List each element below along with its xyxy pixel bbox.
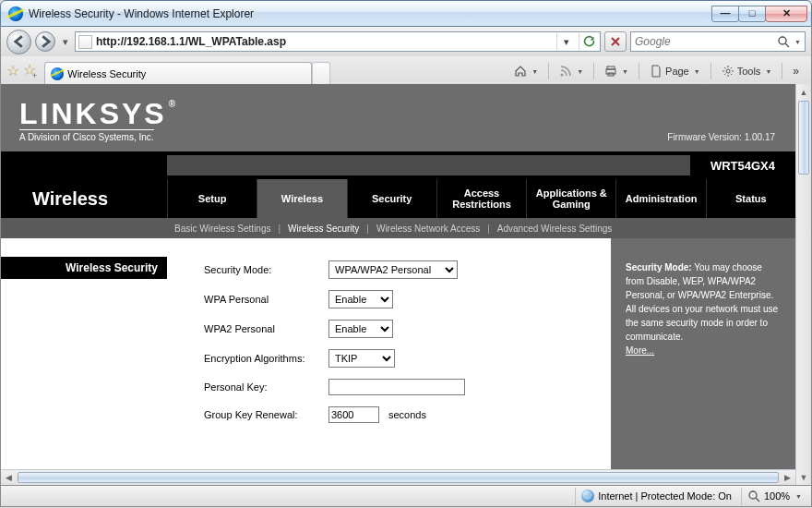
nav-tab-applications-gaming[interactable]: Applications & Gaming: [526, 179, 615, 218]
page-menu-label: Page: [665, 66, 689, 77]
security-mode-label: Security Mode:: [204, 264, 328, 275]
zoom-dropdown[interactable]: ▼: [795, 493, 802, 500]
linksys-logo: LINKSYS®: [19, 97, 777, 131]
scroll-up-button[interactable]: ▲: [796, 84, 811, 100]
window-title: Wireless Security - Windows Internet Exp…: [29, 7, 712, 20]
vertical-scrollbar[interactable]: ▲ ▼: [795, 84, 811, 485]
stop-button[interactable]: [604, 31, 627, 52]
group-key-renewal-input[interactable]: [328, 406, 379, 423]
search-provider-dropdown[interactable]: ▼: [794, 39, 801, 45]
wpa-personal-select[interactable]: Enable: [328, 290, 393, 308]
page-menu-button[interactable]: Page▼: [643, 61, 707, 81]
encryption-label: Encryption Algorithms:: [204, 353, 328, 364]
sub-nav: Basic Wireless Settings | Wireless Secur…: [1, 218, 795, 238]
main-nav: Wireless Setup Wireless Security Access …: [1, 179, 795, 218]
refresh-button[interactable]: [579, 33, 597, 50]
scroll-thumb-h[interactable]: [18, 472, 779, 483]
subnav-wireless-network-access[interactable]: Wireless Network Access: [369, 224, 487, 234]
personal-key-input[interactable]: [328, 379, 465, 395]
svg-line-1: [785, 43, 789, 47]
tools-menu-label: Tools: [737, 66, 761, 77]
security-mode-select[interactable]: WPA/WPA2 Personal: [328, 260, 458, 279]
nav-tab-wireless[interactable]: Wireless: [257, 179, 346, 218]
zoom-control[interactable]: 100% ▼: [741, 488, 807, 505]
router-model: WRT54GX4: [690, 151, 795, 179]
back-button[interactable]: [6, 30, 31, 54]
router-admin-page: LINKSYS® A Division of Cisco Systems, In…: [1, 84, 795, 469]
address-bar[interactable]: ▾: [75, 31, 601, 52]
subnav-wireless-security[interactable]: Wireless Security: [281, 224, 366, 234]
svg-point-2: [561, 74, 564, 77]
scroll-left-button[interactable]: ◀: [1, 470, 17, 485]
tab-title: Wireless Security: [67, 68, 146, 79]
svg-line-8: [756, 498, 759, 502]
svg-point-7: [749, 491, 757, 499]
model-row: WRT54GX4: [1, 151, 795, 179]
favorites-center-button[interactable]: ☆: [6, 62, 19, 79]
scroll-right-button[interactable]: ▶: [780, 470, 795, 485]
wpa2-personal-select[interactable]: Enable: [328, 320, 393, 338]
help-panel: Security Mode: You may choose from Disab…: [611, 238, 795, 469]
group-key-renewal-label: Group Key Renewal:: [204, 409, 328, 420]
add-favorites-button[interactable]: ☆+: [23, 61, 37, 80]
command-bar-chevron[interactable]: »: [786, 61, 806, 81]
security-zone[interactable]: Internet | Protected Mode: On: [575, 488, 737, 505]
status-bar: Internet | Protected Mode: On 100% ▼: [0, 486, 812, 507]
close-button[interactable]: ✕: [765, 6, 807, 22]
linksys-tagline: A Division of Cisco Systems, Inc.: [19, 129, 154, 142]
page-icon: [78, 35, 92, 49]
address-input[interactable]: [96, 35, 553, 48]
scroll-thumb-v[interactable]: [798, 101, 809, 175]
nav-tab-status[interactable]: Status: [706, 179, 795, 218]
scroll-down-button[interactable]: ▼: [796, 469, 811, 485]
minimize-button[interactable]: —: [711, 6, 739, 22]
address-dropdown[interactable]: ▾: [556, 33, 575, 50]
settings-form: Security Mode: WPA/WPA2 Personal WPA Per…: [167, 238, 611, 469]
side-section-label: Wireless Security: [1, 257, 167, 279]
help-more-link[interactable]: More...: [626, 345, 654, 356]
window-titlebar: Wireless Security - Windows Internet Exp…: [0, 0, 812, 27]
zoom-icon: [747, 490, 760, 502]
content-viewport: LINKSYS® A Division of Cisco Systems, In…: [0, 84, 812, 486]
nav-tab-security[interactable]: Security: [347, 179, 436, 218]
encryption-select[interactable]: TKIP: [328, 349, 395, 368]
ie-icon: [51, 67, 64, 80]
home-button[interactable]: ▼: [508, 61, 544, 81]
linksys-header: LINKSYS® A Division of Cisco Systems, In…: [1, 84, 795, 151]
personal-key-label: Personal Key:: [204, 381, 328, 393]
help-title: Security Mode:: [626, 262, 692, 272]
maximize-button[interactable]: □: [738, 6, 766, 22]
new-tab-button[interactable]: [312, 62, 330, 84]
section-title: Wireless: [1, 179, 167, 218]
tools-menu-button[interactable]: Tools▼: [715, 61, 779, 81]
renewal-unit: seconds: [388, 409, 426, 420]
svg-point-0: [779, 37, 786, 44]
firmware-version: Firmware Version: 1.00.17: [667, 132, 775, 142]
feeds-button[interactable]: ▼: [553, 61, 590, 81]
tab-strip: ☆ ☆+ Wireless Security ▼ ▼ ▼ Page▼ Tools…: [0, 56, 812, 84]
subnav-basic-wireless[interactable]: Basic Wireless Settings: [167, 224, 278, 234]
help-body: You may choose from Disable, WEP, WPA/WP…: [626, 262, 778, 342]
nav-tab-administration[interactable]: Administration: [615, 179, 705, 218]
subnav-advanced-wireless[interactable]: Advanced Wireless Settings: [490, 224, 620, 234]
recent-pages-dropdown[interactable]: ▾: [59, 31, 71, 52]
search-icon[interactable]: [777, 35, 790, 48]
ie-icon: [8, 6, 23, 21]
browser-tab[interactable]: Wireless Security: [44, 62, 312, 84]
wpa-personal-label: WPA Personal: [204, 294, 328, 305]
horizontal-scrollbar[interactable]: ◀ ▶: [1, 469, 795, 485]
forward-button[interactable]: [35, 31, 55, 52]
nav-tab-setup[interactable]: Setup: [167, 179, 257, 218]
zone-text: Internet | Protected Mode: On: [598, 490, 732, 502]
search-input[interactable]: [635, 35, 774, 48]
search-box[interactable]: ▼: [630, 31, 806, 52]
svg-point-6: [726, 69, 730, 73]
zoom-level: 100%: [764, 490, 790, 502]
wpa2-personal-label: WPA2 Personal: [204, 323, 328, 334]
navigation-bar: ▾ ▾ ▼: [0, 27, 812, 56]
nav-tab-access-restrictions[interactable]: Access Restrictions: [436, 179, 526, 218]
internet-zone-icon: [581, 490, 594, 502]
print-button[interactable]: ▼: [598, 61, 635, 81]
